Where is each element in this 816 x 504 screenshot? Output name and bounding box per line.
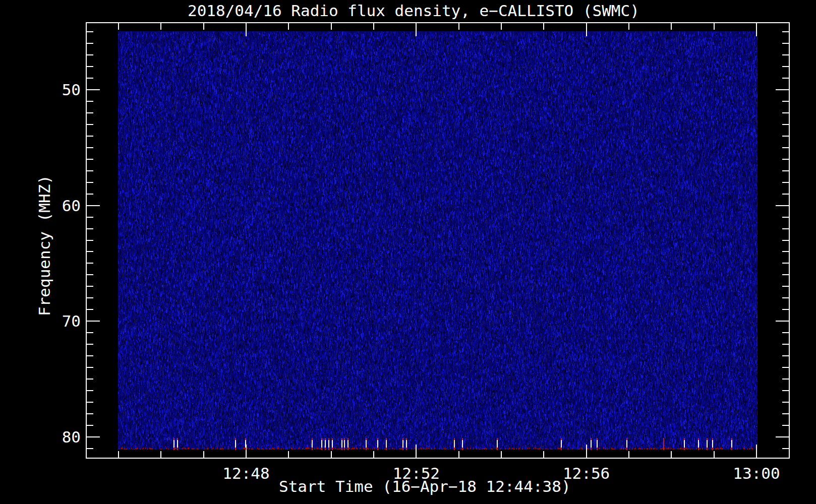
y-minor-tick — [782, 286, 789, 287]
rfi-mark — [707, 438, 708, 450]
x-minor-tick — [373, 23, 374, 30]
y-major-tick — [776, 89, 789, 90]
y-minor-tick — [87, 390, 93, 391]
plot-title: 2018/04/16 Radio flux density, e−CALLIST… — [188, 1, 639, 20]
plot-frame — [86, 22, 790, 459]
rfi-mark — [344, 438, 345, 450]
y-minor-tick — [87, 240, 93, 241]
x-major-tick — [756, 23, 757, 36]
rfi-mark — [402, 438, 403, 450]
rfi-mark — [454, 438, 455, 450]
y-minor-tick — [782, 402, 789, 403]
y-minor-tick — [782, 54, 789, 55]
y-minor-tick — [782, 263, 789, 264]
y-minor-tick — [782, 170, 789, 171]
x-minor-tick — [160, 451, 161, 458]
y-minor-tick — [87, 367, 93, 368]
y-minor-tick — [782, 240, 789, 241]
x-minor-tick — [288, 451, 289, 458]
y-minor-tick — [782, 309, 789, 310]
x-tick-label: 12:52 — [376, 464, 456, 483]
y-major-tick — [87, 321, 100, 322]
y-minor-tick — [782, 112, 789, 113]
y-minor-tick — [782, 413, 789, 414]
x-minor-tick — [331, 451, 332, 458]
y-minor-tick — [87, 297, 93, 298]
rfi-mark — [591, 438, 592, 450]
rfi-mark — [321, 438, 322, 450]
x-tick-label: 12:48 — [206, 464, 286, 483]
y-minor-tick — [782, 367, 789, 368]
y-major-tick — [87, 205, 100, 206]
y-minor-tick — [87, 286, 93, 287]
x-minor-tick — [118, 451, 119, 458]
y-minor-tick — [87, 309, 93, 310]
x-minor-tick — [288, 23, 289, 30]
y-minor-tick — [782, 147, 789, 148]
y-minor-tick — [87, 332, 93, 333]
rfi-mark — [312, 438, 313, 450]
rfi-mark — [173, 438, 174, 450]
rfi-mark — [341, 438, 342, 450]
y-minor-tick — [87, 379, 93, 380]
y-minor-tick — [782, 159, 789, 160]
y-minor-tick — [87, 228, 93, 229]
rfi-mark — [497, 438, 498, 450]
rfi-mark — [731, 438, 732, 450]
y-minor-tick — [87, 147, 93, 148]
y-tick-label: 50 — [30, 80, 81, 99]
y-minor-tick — [782, 379, 789, 380]
y-minor-tick — [87, 251, 93, 252]
rfi-mark — [663, 438, 664, 450]
y-minor-tick — [782, 425, 789, 426]
y-major-tick — [776, 205, 789, 206]
rfi-mark — [377, 438, 378, 450]
x-minor-tick — [501, 23, 502, 30]
rfi-mark — [684, 438, 685, 450]
x-major-tick — [586, 23, 587, 36]
x-minor-tick — [373, 451, 374, 458]
y-minor-tick — [782, 390, 789, 391]
y-minor-tick — [87, 413, 93, 414]
y-minor-tick — [87, 355, 93, 356]
y-minor-tick — [782, 182, 789, 183]
y-tick-label: 60 — [30, 196, 81, 215]
rfi-mark — [177, 438, 178, 450]
y-tick-label: 80 — [30, 427, 81, 447]
rfi-mark — [366, 438, 367, 450]
y-minor-tick — [782, 274, 789, 275]
y-minor-tick — [782, 251, 789, 252]
y-minor-tick — [87, 274, 93, 275]
x-minor-tick — [714, 23, 715, 30]
y-minor-tick — [782, 448, 789, 449]
y-minor-tick — [87, 124, 93, 125]
rfi-mark — [626, 438, 627, 450]
y-minor-tick — [87, 448, 93, 449]
y-minor-tick — [782, 228, 789, 229]
y-minor-tick — [87, 194, 93, 195]
x-minor-tick — [203, 23, 204, 30]
y-minor-tick — [782, 297, 789, 298]
y-minor-tick — [87, 425, 93, 426]
y-minor-tick — [87, 54, 93, 55]
y-major-tick — [776, 321, 789, 322]
y-minor-tick — [87, 136, 93, 137]
y-minor-tick — [87, 112, 93, 113]
x-minor-tick — [628, 23, 629, 30]
rfi-mark — [698, 438, 699, 450]
y-minor-tick — [87, 159, 93, 160]
y-minor-tick — [782, 344, 789, 345]
x-minor-tick — [160, 23, 161, 30]
y-minor-tick — [87, 182, 93, 183]
x-major-tick — [756, 445, 757, 458]
x-minor-tick — [118, 23, 119, 30]
y-minor-tick — [782, 194, 789, 195]
y-minor-tick — [87, 402, 93, 403]
y-minor-tick — [782, 355, 789, 356]
x-minor-tick — [671, 451, 672, 458]
x-minor-tick — [714, 451, 715, 458]
rfi-mark — [406, 438, 407, 450]
rfi-mark — [712, 438, 713, 450]
y-minor-tick — [782, 43, 789, 44]
x-minor-tick — [628, 451, 629, 458]
